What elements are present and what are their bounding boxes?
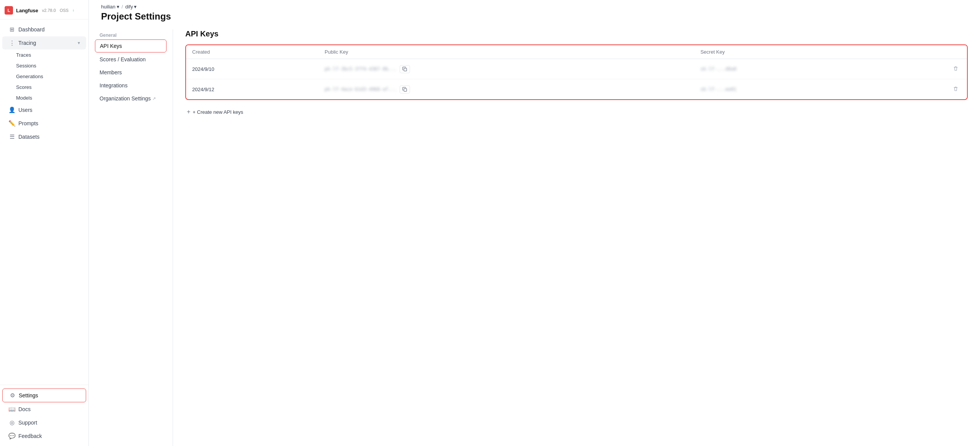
- copy-icon: [402, 87, 407, 92]
- cell-public-key-0: pk-lf-3bc5-37f4-4387-8b...: [318, 59, 694, 79]
- logo-row: L Langfuse v2.78.0 OSS ↑: [5, 5, 84, 16]
- datasets-icon: ☰: [8, 133, 15, 140]
- api-keys-table: Created Public Key Secret Key 2024/9/10 …: [186, 45, 967, 99]
- app-name: Langfuse: [16, 8, 38, 13]
- support-icon: ◎: [8, 419, 15, 426]
- sidebar-item-users[interactable]: 👤 Users: [2, 103, 86, 116]
- users-label: Users: [18, 107, 33, 113]
- cell-created-1: 2024/9/12: [186, 79, 318, 100]
- settings-nav-scores-eval[interactable]: Scores / Evaluation: [95, 53, 167, 66]
- breadcrumb-project[interactable]: dify ▾: [125, 4, 137, 10]
- api-table-head: Created Public Key Secret Key: [186, 45, 967, 59]
- support-label: Support: [18, 420, 37, 426]
- public-key-value-0: pk-lf-3bc5-37f4-4387-8b...: [325, 66, 397, 72]
- secret-key-value-1: sk-lf-...ee81: [701, 87, 737, 92]
- settings-content: API Keys Created Public Key Secret Key 2…: [173, 30, 980, 446]
- sidebar-item-prompts[interactable]: ✏️ Prompts: [2, 117, 86, 130]
- sidebar-item-support[interactable]: ◎ Support: [2, 416, 86, 429]
- dashboard-label: Dashboard: [18, 26, 45, 33]
- copy-public-key-button-0[interactable]: [400, 65, 410, 73]
- sidebar-top: L Langfuse v2.78.0 OSS ↑: [0, 0, 88, 20]
- trash-icon: [953, 66, 959, 71]
- feedback-label: Feedback: [18, 433, 42, 439]
- traces-label: Traces: [16, 52, 31, 58]
- delete-key-button-0[interactable]: [951, 64, 961, 74]
- col-secret-key: Secret Key: [694, 45, 880, 59]
- scores-label: Scores: [16, 84, 31, 90]
- tracing-icon: ⋮: [8, 39, 15, 46]
- breadcrumb: huilian ▾ / dify ▾: [89, 0, 980, 10]
- generations-label: Generations: [16, 74, 43, 79]
- page-title: Project Settings: [89, 10, 980, 30]
- copy-public-key-button-1[interactable]: [400, 85, 410, 93]
- settings-nav-api-keys[interactable]: API Keys: [95, 39, 167, 52]
- models-label: Models: [16, 95, 32, 101]
- public-key-value-1: pk-lf-4ace-b1d3-4968-af...: [325, 87, 397, 92]
- settings-nav-members[interactable]: Members: [95, 66, 167, 79]
- secret-key-value-0: sk-lf-...d8a0: [701, 66, 737, 72]
- sidebar-item-settings[interactable]: ⚙ Settings: [2, 389, 86, 402]
- chevron-down-icon: ▾: [78, 40, 80, 46]
- prompts-label: Prompts: [18, 120, 38, 126]
- main-nav: ⊞ Dashboard ⋮ Tracing ▾ Traces Sessions …: [0, 20, 88, 385]
- content-area: General API Keys Scores / Evaluation Mem…: [89, 30, 980, 446]
- langfuse-logo-icon: L: [5, 6, 13, 15]
- table-row: 2024/9/10 pk-lf-3bc5-37f4-4387-8b... sk-…: [186, 59, 967, 79]
- table-row: 2024/9/12 pk-lf-4ace-b1d3-4968-af... sk-…: [186, 79, 967, 100]
- update-badge[interactable]: ↑: [72, 8, 74, 13]
- sidebar-item-feedback[interactable]: 💬 Feedback: [2, 430, 86, 443]
- api-keys-tbody: 2024/9/10 pk-lf-3bc5-37f4-4387-8b... sk-…: [186, 59, 967, 100]
- app-oss: OSS: [60, 8, 69, 13]
- feedback-icon: 💬: [8, 433, 15, 439]
- datasets-label: Datasets: [18, 134, 39, 140]
- chevron-down-small-icon2: ▾: [134, 4, 137, 10]
- cell-secret-key-1: sk-lf-...ee81: [694, 79, 880, 100]
- settings-nav-integrations[interactable]: Integrations: [95, 79, 167, 92]
- col-public-key: Public Key: [318, 45, 694, 59]
- sidebar-item-dashboard[interactable]: ⊞ Dashboard: [2, 23, 86, 36]
- api-keys-title: API Keys: [185, 30, 968, 38]
- sidebar-bottom: ⚙ Settings 📖 Docs ◎ Support 💬 Feedback: [0, 385, 88, 446]
- col-actions: [880, 45, 967, 59]
- settings-nav-org-settings[interactable]: Organization Settings ↗: [95, 92, 167, 105]
- create-api-key-button[interactable]: + + Create new API keys: [185, 106, 245, 118]
- sidebar-item-scores[interactable]: Scores: [2, 82, 86, 92]
- breadcrumb-separator: /: [122, 4, 123, 10]
- docs-label: Docs: [18, 406, 31, 412]
- settings-nav-group-general: General: [95, 30, 167, 39]
- delete-key-button-1[interactable]: [951, 85, 961, 94]
- external-link-icon: ↗: [152, 96, 156, 101]
- svg-rect-0: [404, 68, 407, 71]
- sidebar-item-sessions[interactable]: Sessions: [2, 61, 86, 71]
- tracing-label: Tracing: [18, 40, 36, 46]
- cell-secret-key-0: sk-lf-...d8a0: [694, 59, 880, 79]
- settings-label: Settings: [19, 392, 38, 398]
- copy-icon: [402, 67, 407, 72]
- cell-public-key-1: pk-lf-4ace-b1d3-4968-af...: [318, 79, 694, 100]
- breadcrumb-org[interactable]: huilian ▾: [101, 4, 119, 10]
- sessions-label: Sessions: [16, 63, 36, 69]
- api-table-header-row: Created Public Key Secret Key: [186, 45, 967, 59]
- plus-icon: +: [187, 108, 190, 115]
- cell-delete-1: [880, 79, 967, 100]
- app-version: v2.78.0: [42, 8, 56, 13]
- prompts-icon: ✏️: [8, 120, 15, 127]
- sidebar-item-traces[interactable]: Traces: [2, 50, 86, 60]
- settings-icon: ⚙: [9, 392, 16, 399]
- sidebar-item-datasets[interactable]: ☰ Datasets: [2, 130, 86, 143]
- sidebar-item-tracing[interactable]: ⋮ Tracing ▾: [2, 36, 86, 49]
- col-created: Created: [186, 45, 318, 59]
- trash-icon: [953, 86, 959, 92]
- sidebar: L Langfuse v2.78.0 OSS ↑ ⊞ Dashboard ⋮ T…: [0, 0, 89, 446]
- docs-icon: 📖: [8, 406, 15, 413]
- sidebar-item-models[interactable]: Models: [2, 93, 86, 103]
- chevron-down-small-icon: ▾: [117, 4, 119, 10]
- users-icon: 👤: [8, 107, 15, 113]
- cell-delete-0: [880, 59, 967, 79]
- sidebar-item-docs[interactable]: 📖 Docs: [2, 403, 86, 416]
- cell-created-0: 2024/9/10: [186, 59, 318, 79]
- dashboard-icon: ⊞: [8, 26, 15, 33]
- settings-nav: General API Keys Scores / Evaluation Mem…: [89, 30, 173, 446]
- sidebar-item-generations[interactable]: Generations: [2, 71, 86, 82]
- main-content: huilian ▾ / dify ▾ Project Settings Gene…: [89, 0, 980, 446]
